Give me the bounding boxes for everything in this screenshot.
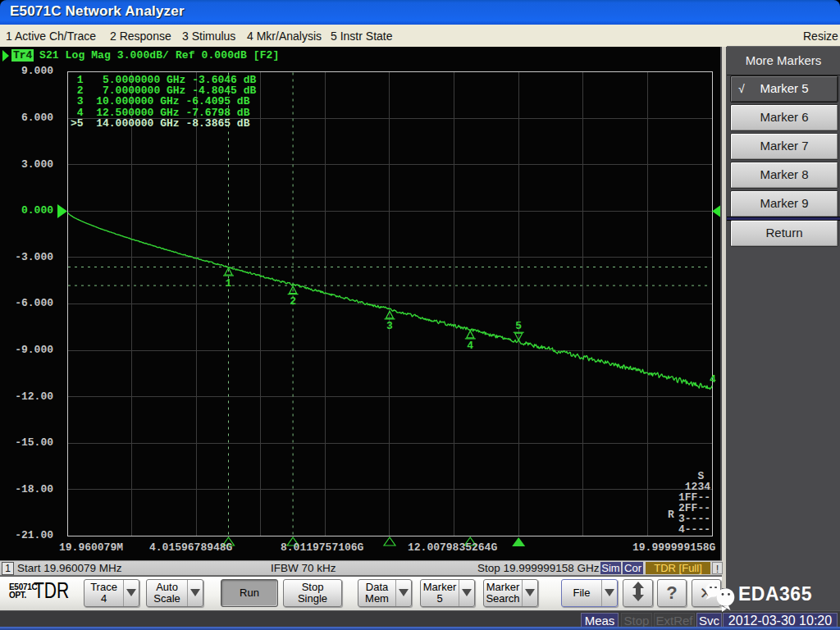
svg-text:3: 3 [386,320,393,332]
svg-text:5: 5 [515,320,522,332]
svg-text:2: 2 [290,295,296,308]
svg-text:1: 1 [226,277,232,290]
svg-text:4: 4 [710,373,716,386]
svg-text:4: 4 [467,340,473,352]
